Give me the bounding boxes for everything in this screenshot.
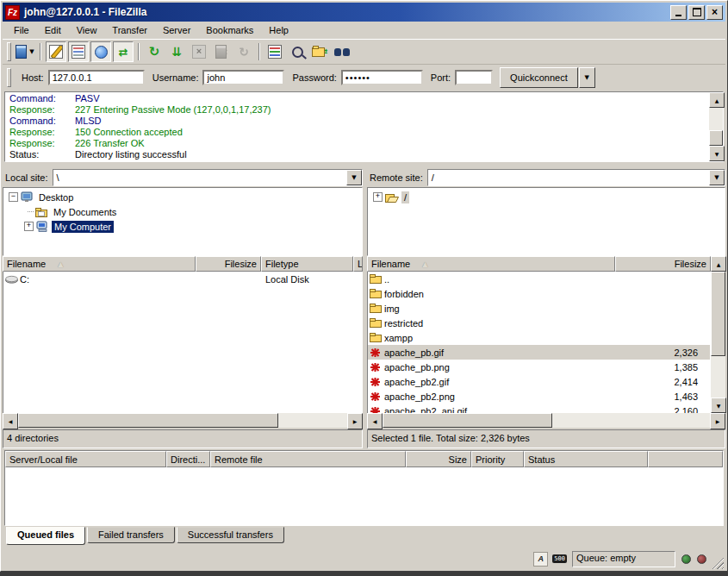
- quickconnect-button[interactable]: Quickconnect: [500, 67, 578, 88]
- scroll-left-icon[interactable]: ◀: [367, 413, 383, 429]
- titlebar[interactable]: Fz john@127.0.0.1 - FileZilla ×: [3, 3, 725, 22]
- maximize-button[interactable]: [688, 5, 705, 20]
- toggle-remote-tree-button[interactable]: [90, 41, 111, 62]
- file-row[interactable]: img: [368, 301, 710, 316]
- reconnect-button[interactable]: ↻: [233, 41, 254, 62]
- file-row[interactable]: ..: [368, 272, 710, 286]
- scroll-left-icon[interactable]: ◀: [3, 413, 18, 429]
- column-header-size[interactable]: Size: [406, 451, 471, 467]
- column-header-filesize[interactable]: Filesize: [615, 256, 711, 272]
- scroll-up-icon[interactable]: ▲: [709, 92, 725, 108]
- column-header-filetype[interactable]: Filetype: [261, 256, 353, 272]
- data-type-icon[interactable]: A: [533, 552, 548, 567]
- remote-horizontal-scrollbar[interactable]: ◀ ▶: [367, 413, 725, 428]
- collapse-icon[interactable]: −: [9, 192, 18, 202]
- column-header-filename[interactable]: Filename ▲: [3, 256, 196, 272]
- toggle-message-log-button[interactable]: [46, 41, 66, 62]
- local-site-combobox[interactable]: \ ▼: [53, 169, 363, 186]
- file-row[interactable]: apache_pb2_ani.gif 2,160: [368, 404, 710, 413]
- expand-icon[interactable]: +: [24, 222, 34, 231]
- column-header-filesize[interactable]: Filesize: [196, 256, 261, 272]
- file-row[interactable]: apache_pb.png 1,385: [368, 360, 710, 374]
- menu-help[interactable]: Help: [261, 23, 296, 37]
- scroll-thumb[interactable]: [711, 272, 725, 356]
- tab-failed-transfers[interactable]: Failed transfers: [87, 527, 175, 543]
- chevron-down-icon[interactable]: ▼: [346, 170, 362, 185]
- file-row[interactable]: apache_pb2.gif 2,414: [368, 374, 710, 389]
- disconnect-button[interactable]: ×: [211, 41, 232, 62]
- file-row[interactable]: xampp: [368, 330, 710, 345]
- toggle-queue-button[interactable]: ⇄: [113, 41, 134, 62]
- local-file-list[interactable]: C: Local Disk: [3, 272, 363, 413]
- find-files-button[interactable]: [332, 41, 352, 62]
- file-row-c-drive[interactable]: C: Local Disk: [3, 272, 362, 286]
- filter-button[interactable]: [264, 41, 285, 62]
- local-horizontal-scrollbar[interactable]: ◀ ▶: [3, 413, 363, 428]
- column-header-status[interactable]: Status: [524, 451, 648, 467]
- speed-limit-icon[interactable]: 500: [552, 554, 567, 563]
- scroll-track[interactable]: [278, 413, 347, 428]
- scroll-right-icon[interactable]: ▶: [710, 413, 725, 429]
- menu-file[interactable]: File: [6, 23, 37, 37]
- scroll-right-icon[interactable]: ▶: [347, 413, 363, 429]
- column-header-remote-file[interactable]: Remote file: [210, 451, 406, 467]
- local-tree[interactable]: − Desktop My Documents + My Computer: [3, 187, 363, 256]
- chevron-down-icon[interactable]: ▼: [709, 170, 725, 185]
- menu-bookmarks[interactable]: Bookmarks: [198, 23, 261, 37]
- tree-node-desktop[interactable]: − Desktop: [3, 190, 362, 204]
- tree-node-my-documents[interactable]: My Documents: [3, 204, 362, 219]
- scroll-down-icon[interactable]: ▼: [709, 146, 725, 161]
- quickbar-grip[interactable]: [7, 68, 11, 87]
- resize-grip[interactable]: [712, 557, 724, 569]
- remote-site-combobox[interactable]: / ▼: [427, 169, 725, 186]
- file-row-selected[interactable]: apache_pb.gif 2,326: [368, 345, 710, 360]
- minimize-button[interactable]: [670, 5, 687, 20]
- synchronized-browsing-button[interactable]: ⇄: [309, 41, 330, 62]
- remote-vertical-scrollbar[interactable]: ▲ ▼: [711, 256, 725, 413]
- column-header-last-modified[interactable]: L: [353, 256, 363, 272]
- scroll-thumb[interactable]: [383, 413, 552, 428]
- column-header-priority[interactable]: Priority: [471, 451, 524, 467]
- log-vertical-scrollbar[interactable]: ▲ ▼: [709, 92, 723, 161]
- quickconnect-dropdown-button[interactable]: ▼: [579, 67, 595, 88]
- scroll-up-icon[interactable]: ▲: [711, 256, 726, 272]
- tree-node-root[interactable]: + /: [368, 190, 725, 204]
- scroll-track[interactable]: [711, 356, 725, 398]
- menu-view[interactable]: View: [69, 23, 105, 37]
- refresh-button[interactable]: ↻: [144, 41, 165, 62]
- column-header-filename[interactable]: Filename ▲: [367, 256, 615, 272]
- username-input[interactable]: [202, 70, 284, 85]
- directory-comparison-button[interactable]: [287, 41, 308, 62]
- column-header-direction[interactable]: Directi...: [166, 451, 210, 467]
- process-queue-button[interactable]: ⇊: [166, 41, 187, 62]
- password-input[interactable]: [341, 70, 423, 85]
- file-row[interactable]: apache_pb2.png 1,463: [368, 389, 710, 404]
- toggle-local-tree-button[interactable]: [68, 41, 89, 62]
- scroll-thumb[interactable]: [709, 130, 723, 146]
- file-row[interactable]: restricted: [368, 316, 710, 330]
- scroll-thumb[interactable]: [18, 413, 278, 428]
- scroll-track[interactable]: [709, 108, 723, 130]
- tab-queued-files[interactable]: Queued files: [6, 527, 85, 545]
- scroll-down-icon[interactable]: ▼: [711, 398, 726, 413]
- menu-server[interactable]: Server: [155, 23, 198, 37]
- tree-node-my-computer[interactable]: + My Computer: [3, 219, 362, 234]
- message-log-content[interactable]: Command:PASV Response:227 Entering Passi…: [5, 92, 709, 161]
- cancel-operation-button[interactable]: ×: [189, 41, 209, 62]
- host-input[interactable]: [48, 70, 145, 85]
- close-button[interactable]: ×: [706, 5, 723, 20]
- column-header-server-local-file[interactable]: Server/Local file: [5, 451, 166, 467]
- remote-tree[interactable]: + /: [367, 187, 725, 256]
- tab-successful-transfers[interactable]: Successful transfers: [177, 527, 284, 543]
- toolbar-grip[interactable]: [7, 42, 11, 61]
- expand-icon[interactable]: +: [373, 192, 383, 202]
- site-manager-button[interactable]: ▼: [15, 41, 35, 62]
- remote-file-list[interactable]: .. forbidden img: [367, 272, 711, 413]
- column-header-empty[interactable]: [648, 451, 723, 467]
- port-input[interactable]: [455, 70, 493, 85]
- queue-list[interactable]: [5, 467, 723, 525]
- file-row[interactable]: forbidden: [368, 286, 710, 301]
- scroll-track[interactable]: [552, 413, 710, 428]
- menu-edit[interactable]: Edit: [37, 23, 69, 37]
- menu-transfer[interactable]: Transfer: [104, 23, 155, 37]
